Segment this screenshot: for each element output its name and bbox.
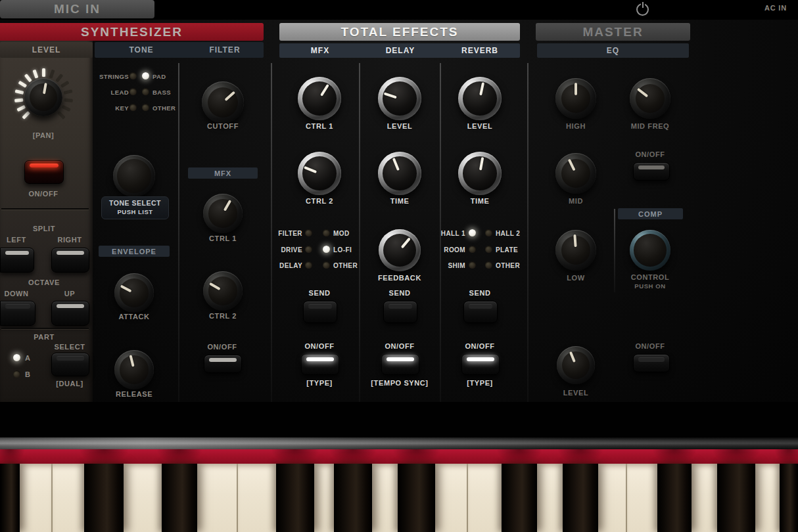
comp-push-on-label: PUSH ON — [607, 282, 693, 290]
filter-ctrl2-knob[interactable] — [203, 271, 243, 311]
key-felt-strip — [0, 449, 798, 464]
delay-on-off-label: ON/OFF — [357, 342, 442, 350]
comp-control-knob[interactable] — [630, 230, 670, 271]
split-header: SPLIT — [1, 225, 87, 233]
mfx-lofi-led — [323, 246, 330, 253]
felt-shadow — [271, 449, 319, 464]
power-icon[interactable] — [636, 3, 649, 16]
eq-low-knob[interactable] — [555, 230, 596, 271]
delay-on-off-button[interactable] — [381, 354, 419, 375]
reverb-on-off-button[interactable] — [461, 354, 500, 375]
reverb-level-label: LEVEL — [437, 122, 523, 130]
delay-time-knob[interactable] — [378, 152, 421, 195]
tab-reverb[interactable]: REVERB — [440, 46, 520, 55]
mic-in-header: MIC IN — [0, 0, 154, 18]
black-key[interactable] — [162, 464, 197, 532]
comp-control-label: CONTROL — [607, 273, 693, 281]
tone-select-knob[interactable] — [113, 155, 155, 197]
mfx-filter-led — [305, 229, 312, 236]
divider — [527, 63, 528, 402]
split-right-button[interactable] — [51, 248, 89, 273]
eq-mid-freq-knob[interactable] — [630, 78, 670, 119]
synth-on-off-button[interactable] — [24, 160, 64, 184]
black-key[interactable] — [334, 464, 372, 532]
black-key[interactable] — [276, 464, 314, 532]
reverb-hall2-led — [485, 229, 492, 236]
synth-on-off-label: ON/OFF — [1, 190, 86, 198]
filter-on-off-button[interactable] — [204, 355, 242, 373]
delay-level-knob[interactable] — [378, 77, 421, 120]
octave-header: OCTAVE — [1, 278, 87, 286]
felt-shadow — [79, 449, 129, 464]
black-key[interactable] — [563, 464, 598, 532]
panel-key-gap — [0, 402, 798, 440]
mic-level-knob[interactable] — [557, 346, 595, 384]
felt-shadow — [712, 449, 761, 464]
tone-select-button-line2: PUSH LIST — [102, 208, 168, 216]
release-knob[interactable] — [114, 350, 154, 389]
part-select-label: SELECT — [27, 343, 112, 351]
reverb-room-led — [469, 246, 476, 253]
tone-led-label: PAD — [153, 73, 166, 80]
level-section-header: LEVEL — [0, 42, 93, 58]
delay-send-button[interactable] — [383, 301, 417, 323]
reverb-time-knob[interactable] — [458, 152, 502, 195]
octave-up-label: UP — [27, 290, 112, 298]
tone-key-led — [129, 104, 137, 111]
tone-bass-led — [142, 88, 149, 95]
part-select-button[interactable] — [51, 353, 89, 376]
eq-high-knob[interactable] — [555, 78, 596, 119]
tone-other-led — [142, 104, 149, 111]
mfx-on-off-button[interactable] — [301, 354, 339, 375]
tab-delay[interactable]: DELAY — [360, 46, 441, 55]
octave-up-button[interactable] — [51, 301, 89, 326]
black-key[interactable] — [780, 464, 798, 532]
reverb-led-label: OTHER — [496, 262, 520, 269]
mfx-on-off-label: ON/OFF — [277, 342, 362, 350]
tab-mfx[interactable]: MFX — [279, 46, 361, 55]
felt-shadow — [156, 449, 202, 464]
mfx-send-button[interactable] — [303, 301, 337, 323]
filter-ctrl1-knob[interactable] — [203, 194, 243, 233]
tone-pad-led — [142, 72, 149, 79]
reverb-led-label: SHIM — [427, 262, 465, 269]
delay-feedback-knob[interactable] — [379, 229, 421, 271]
reverb-send-button[interactable] — [463, 301, 498, 323]
mfx-ctrl1-knob[interactable] — [298, 77, 341, 120]
tone-led-label: LEAD — [89, 89, 129, 96]
level-knob[interactable] — [24, 78, 62, 116]
tone-filter-section-header: TONE FILTER — [95, 42, 264, 58]
reverb-other-led — [485, 261, 492, 269]
reverb-shim-led — [469, 261, 476, 269]
eq-on-off-button[interactable] — [633, 162, 670, 181]
black-key[interactable] — [0, 464, 20, 532]
release-label: RELEASE — [91, 390, 177, 398]
black-key[interactable] — [657, 464, 692, 532]
tone-select-button[interactable]: TONE SELECT PUSH LIST — [101, 196, 169, 219]
tone-led-label: OTHER — [153, 104, 176, 112]
reverb-level-knob[interactable] — [458, 77, 502, 120]
cutoff-knob[interactable] — [202, 81, 244, 123]
mic-on-off-button[interactable] — [633, 354, 670, 372]
felt-shadow — [652, 449, 697, 464]
eq-mid-knob[interactable] — [555, 153, 596, 194]
black-key[interactable] — [84, 464, 124, 532]
ac-in-label: AC IN — [764, 4, 787, 12]
black-key[interactable] — [717, 464, 755, 532]
attack-knob[interactable] — [114, 273, 154, 313]
split-right-label: RIGHT — [27, 236, 112, 244]
tone-led-label: BASS — [153, 89, 171, 96]
black-key[interactable] — [398, 464, 435, 532]
total-effects-header: TOTAL EFFECTS — [279, 23, 520, 41]
split-left-button[interactable] — [0, 248, 34, 273]
mfx-ctrl2-knob[interactable] — [298, 152, 341, 195]
octave-down-button[interactable] — [0, 301, 35, 326]
black-key[interactable] — [502, 464, 537, 532]
mfx-other-led — [323, 261, 330, 269]
mfx-led-label: DELAY — [263, 262, 302, 269]
pan-label: [PAN] — [1, 131, 86, 139]
envelope-badge: ENVELOPE — [99, 246, 170, 257]
master-header: MASTER — [536, 23, 690, 41]
reverb-hall1-led — [469, 229, 476, 236]
keyboard — [0, 464, 798, 532]
